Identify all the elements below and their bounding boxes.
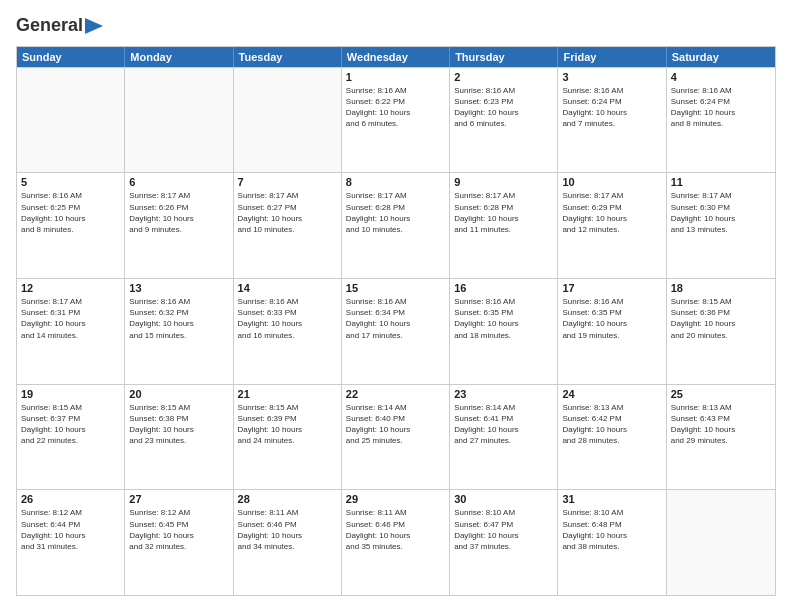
cell-info: Sunrise: 8:16 AM Sunset: 6:24 PM Dayligh… — [562, 85, 661, 130]
calendar-cell: 8Sunrise: 8:17 AM Sunset: 6:28 PM Daylig… — [342, 173, 450, 278]
cell-info: Sunrise: 8:10 AM Sunset: 6:47 PM Dayligh… — [454, 507, 553, 552]
day-number: 15 — [346, 282, 445, 294]
calendar-cell: 19Sunrise: 8:15 AM Sunset: 6:37 PM Dayli… — [17, 385, 125, 490]
calendar-header-sunday: Sunday — [17, 47, 125, 67]
calendar-week-0: 1Sunrise: 8:16 AM Sunset: 6:22 PM Daylig… — [17, 67, 775, 173]
cell-info: Sunrise: 8:16 AM Sunset: 6:25 PM Dayligh… — [21, 190, 120, 235]
day-number: 25 — [671, 388, 771, 400]
calendar-cell: 11Sunrise: 8:17 AM Sunset: 6:30 PM Dayli… — [667, 173, 775, 278]
calendar-cell: 10Sunrise: 8:17 AM Sunset: 6:29 PM Dayli… — [558, 173, 666, 278]
calendar-cell: 27Sunrise: 8:12 AM Sunset: 6:45 PM Dayli… — [125, 490, 233, 595]
calendar-header-thursday: Thursday — [450, 47, 558, 67]
day-number: 14 — [238, 282, 337, 294]
day-number: 13 — [129, 282, 228, 294]
calendar-cell: 28Sunrise: 8:11 AM Sunset: 6:46 PM Dayli… — [234, 490, 342, 595]
day-number: 30 — [454, 493, 553, 505]
calendar-cell: 12Sunrise: 8:17 AM Sunset: 6:31 PM Dayli… — [17, 279, 125, 384]
cell-info: Sunrise: 8:17 AM Sunset: 6:31 PM Dayligh… — [21, 296, 120, 341]
cell-info: Sunrise: 8:16 AM Sunset: 6:34 PM Dayligh… — [346, 296, 445, 341]
day-number: 11 — [671, 176, 771, 188]
day-number: 28 — [238, 493, 337, 505]
day-number: 26 — [21, 493, 120, 505]
calendar-cell: 25Sunrise: 8:13 AM Sunset: 6:43 PM Dayli… — [667, 385, 775, 490]
cell-info: Sunrise: 8:11 AM Sunset: 6:46 PM Dayligh… — [238, 507, 337, 552]
day-number: 19 — [21, 388, 120, 400]
calendar-cell: 21Sunrise: 8:15 AM Sunset: 6:39 PM Dayli… — [234, 385, 342, 490]
cell-info: Sunrise: 8:15 AM Sunset: 6:37 PM Dayligh… — [21, 402, 120, 447]
cell-info: Sunrise: 8:12 AM Sunset: 6:44 PM Dayligh… — [21, 507, 120, 552]
logo-general: General — [16, 16, 83, 36]
cell-info: Sunrise: 8:17 AM Sunset: 6:26 PM Dayligh… — [129, 190, 228, 235]
page: General SundayMondayTuesdayWednesdayThur… — [0, 0, 792, 612]
calendar-cell: 7Sunrise: 8:17 AM Sunset: 6:27 PM Daylig… — [234, 173, 342, 278]
cell-info: Sunrise: 8:16 AM Sunset: 6:35 PM Dayligh… — [562, 296, 661, 341]
cell-info: Sunrise: 8:17 AM Sunset: 6:29 PM Dayligh… — [562, 190, 661, 235]
cell-info: Sunrise: 8:17 AM Sunset: 6:27 PM Dayligh… — [238, 190, 337, 235]
calendar-header-wednesday: Wednesday — [342, 47, 450, 67]
day-number: 2 — [454, 71, 553, 83]
calendar-body: 1Sunrise: 8:16 AM Sunset: 6:22 PM Daylig… — [17, 67, 775, 595]
day-number: 23 — [454, 388, 553, 400]
calendar-cell — [17, 68, 125, 173]
calendar-cell: 22Sunrise: 8:14 AM Sunset: 6:40 PM Dayli… — [342, 385, 450, 490]
day-number: 16 — [454, 282, 553, 294]
cell-info: Sunrise: 8:16 AM Sunset: 6:22 PM Dayligh… — [346, 85, 445, 130]
calendar-cell: 13Sunrise: 8:16 AM Sunset: 6:32 PM Dayli… — [125, 279, 233, 384]
cell-info: Sunrise: 8:16 AM Sunset: 6:32 PM Dayligh… — [129, 296, 228, 341]
calendar-cell: 17Sunrise: 8:16 AM Sunset: 6:35 PM Dayli… — [558, 279, 666, 384]
logo-flag-icon — [85, 18, 103, 34]
day-number: 27 — [129, 493, 228, 505]
calendar-cell: 15Sunrise: 8:16 AM Sunset: 6:34 PM Dayli… — [342, 279, 450, 384]
day-number: 31 — [562, 493, 661, 505]
cell-info: Sunrise: 8:13 AM Sunset: 6:42 PM Dayligh… — [562, 402, 661, 447]
calendar-cell: 5Sunrise: 8:16 AM Sunset: 6:25 PM Daylig… — [17, 173, 125, 278]
calendar-cell: 14Sunrise: 8:16 AM Sunset: 6:33 PM Dayli… — [234, 279, 342, 384]
cell-info: Sunrise: 8:15 AM Sunset: 6:38 PM Dayligh… — [129, 402, 228, 447]
day-number: 20 — [129, 388, 228, 400]
calendar-header: SundayMondayTuesdayWednesdayThursdayFrid… — [17, 47, 775, 67]
cell-info: Sunrise: 8:17 AM Sunset: 6:28 PM Dayligh… — [454, 190, 553, 235]
calendar-cell: 6Sunrise: 8:17 AM Sunset: 6:26 PM Daylig… — [125, 173, 233, 278]
calendar-cell: 23Sunrise: 8:14 AM Sunset: 6:41 PM Dayli… — [450, 385, 558, 490]
calendar-cell: 29Sunrise: 8:11 AM Sunset: 6:46 PM Dayli… — [342, 490, 450, 595]
day-number: 18 — [671, 282, 771, 294]
day-number: 3 — [562, 71, 661, 83]
calendar-cell: 9Sunrise: 8:17 AM Sunset: 6:28 PM Daylig… — [450, 173, 558, 278]
cell-info: Sunrise: 8:16 AM Sunset: 6:23 PM Dayligh… — [454, 85, 553, 130]
cell-info: Sunrise: 8:15 AM Sunset: 6:39 PM Dayligh… — [238, 402, 337, 447]
calendar-week-2: 12Sunrise: 8:17 AM Sunset: 6:31 PM Dayli… — [17, 278, 775, 384]
cell-info: Sunrise: 8:16 AM Sunset: 6:24 PM Dayligh… — [671, 85, 771, 130]
day-number: 8 — [346, 176, 445, 188]
logo: General — [16, 16, 103, 36]
cell-info: Sunrise: 8:15 AM Sunset: 6:36 PM Dayligh… — [671, 296, 771, 341]
calendar-cell: 20Sunrise: 8:15 AM Sunset: 6:38 PM Dayli… — [125, 385, 233, 490]
calendar-cell: 26Sunrise: 8:12 AM Sunset: 6:44 PM Dayli… — [17, 490, 125, 595]
cell-info: Sunrise: 8:11 AM Sunset: 6:46 PM Dayligh… — [346, 507, 445, 552]
day-number: 29 — [346, 493, 445, 505]
calendar-cell: 30Sunrise: 8:10 AM Sunset: 6:47 PM Dayli… — [450, 490, 558, 595]
day-number: 22 — [346, 388, 445, 400]
day-number: 4 — [671, 71, 771, 83]
day-number: 10 — [562, 176, 661, 188]
calendar-week-1: 5Sunrise: 8:16 AM Sunset: 6:25 PM Daylig… — [17, 172, 775, 278]
day-number: 12 — [21, 282, 120, 294]
calendar: SundayMondayTuesdayWednesdayThursdayFrid… — [16, 46, 776, 596]
calendar-header-friday: Friday — [558, 47, 666, 67]
day-number: 7 — [238, 176, 337, 188]
calendar-cell: 18Sunrise: 8:15 AM Sunset: 6:36 PM Dayli… — [667, 279, 775, 384]
calendar-header-saturday: Saturday — [667, 47, 775, 67]
calendar-cell — [125, 68, 233, 173]
day-number: 5 — [21, 176, 120, 188]
calendar-cell: 1Sunrise: 8:16 AM Sunset: 6:22 PM Daylig… — [342, 68, 450, 173]
cell-info: Sunrise: 8:10 AM Sunset: 6:48 PM Dayligh… — [562, 507, 661, 552]
cell-info: Sunrise: 8:13 AM Sunset: 6:43 PM Dayligh… — [671, 402, 771, 447]
day-number: 17 — [562, 282, 661, 294]
calendar-cell: 31Sunrise: 8:10 AM Sunset: 6:48 PM Dayli… — [558, 490, 666, 595]
calendar-cell: 3Sunrise: 8:16 AM Sunset: 6:24 PM Daylig… — [558, 68, 666, 173]
day-number: 21 — [238, 388, 337, 400]
calendar-cell: 16Sunrise: 8:16 AM Sunset: 6:35 PM Dayli… — [450, 279, 558, 384]
day-number: 9 — [454, 176, 553, 188]
svg-marker-0 — [85, 18, 103, 34]
calendar-cell — [667, 490, 775, 595]
cell-info: Sunrise: 8:14 AM Sunset: 6:41 PM Dayligh… — [454, 402, 553, 447]
